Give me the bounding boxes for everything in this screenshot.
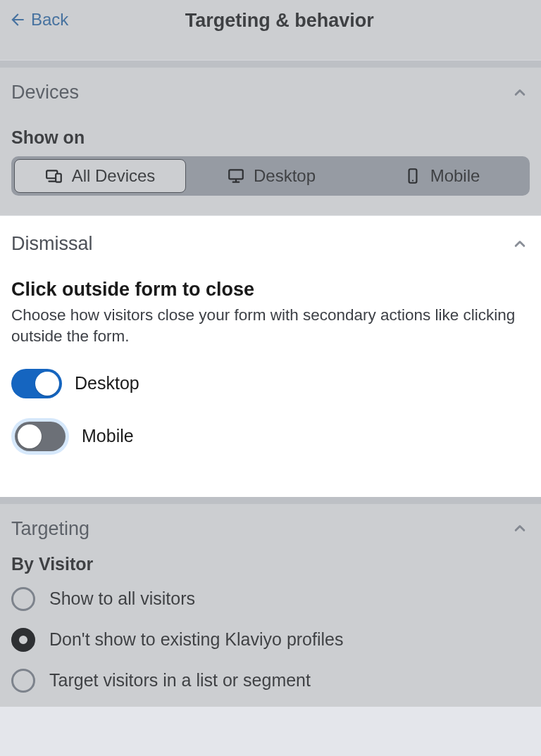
divider — [0, 61, 541, 68]
targeting-section: Targeting By Visitor Show to all visitor… — [0, 504, 541, 707]
svg-point-7 — [412, 179, 413, 181]
radio-unselected-icon — [11, 587, 35, 611]
visitor-option-exclude-label: Don't show to existing Klaviyo profiles — [49, 629, 343, 650]
mobile-icon — [404, 167, 422, 185]
page-title: Targeting & behavior — [26, 7, 533, 32]
desktop-icon — [227, 167, 245, 185]
visitor-option-all[interactable]: Show to all visitors — [11, 587, 530, 611]
device-option-desktop-label: Desktop — [254, 166, 316, 186]
dismissal-section-header[interactable]: Dismissal — [11, 233, 530, 255]
devices-section-title: Devices — [11, 82, 79, 103]
mobile-toggle[interactable] — [15, 422, 66, 451]
device-option-all[interactable]: All Devices — [14, 159, 186, 193]
dismissal-section: Dismissal Click outside form to close Ch… — [0, 215, 541, 497]
visitor-option-list-segment-label: Target visitors in a list or segment — [49, 670, 311, 691]
device-option-desktop[interactable]: Desktop — [186, 159, 356, 193]
svg-rect-3 — [229, 170, 243, 179]
show-on-label: Show on — [11, 127, 530, 148]
chevron-up-icon — [510, 234, 530, 254]
mobile-toggle-focus-ring — [11, 418, 69, 455]
visitor-option-exclude-existing[interactable]: Don't show to existing Klaviyo profiles — [11, 628, 530, 652]
targeting-section-title: Targeting — [11, 518, 89, 540]
desktop-toggle-label: Desktop — [75, 373, 139, 393]
by-visitor-label: By Visitor — [11, 554, 530, 574]
targeting-section-header[interactable]: Targeting — [11, 518, 530, 540]
device-option-mobile[interactable]: Mobile — [356, 159, 527, 193]
device-segmented-control: All Devices Desktop Mobile — [11, 156, 530, 196]
chevron-up-icon — [510, 519, 530, 538]
desktop-toggle-row: Desktop — [11, 369, 530, 398]
divider — [0, 497, 541, 504]
visitor-option-all-label: Show to all visitors — [49, 588, 195, 609]
device-option-mobile-label: Mobile — [430, 166, 480, 186]
chevron-up-icon — [510, 83, 530, 103]
radio-unselected-icon — [11, 669, 35, 693]
mobile-toggle-row: Mobile — [11, 418, 530, 455]
desktop-toggle[interactable] — [11, 369, 62, 398]
toggle-knob — [18, 424, 42, 448]
click-outside-helper: Choose how visitors close your form with… — [11, 305, 530, 348]
devices-icon — [45, 167, 63, 185]
svg-rect-1 — [56, 174, 61, 182]
dismissal-section-title: Dismissal — [11, 233, 93, 255]
arrow-left-icon — [8, 11, 27, 29]
radio-selected-icon — [11, 628, 35, 652]
mobile-toggle-label: Mobile — [82, 426, 134, 446]
devices-section-header[interactable]: Devices — [11, 82, 530, 103]
click-outside-heading: Click outside form to close — [11, 279, 530, 301]
page-header: Back Targeting & behavior — [0, 0, 541, 61]
visitor-option-list-segment[interactable]: Target visitors in a list or segment — [11, 669, 530, 693]
device-option-all-label: All Devices — [72, 166, 156, 186]
devices-section: Devices Show on All Devices Desktop — [0, 68, 541, 215]
toggle-knob — [35, 372, 59, 396]
